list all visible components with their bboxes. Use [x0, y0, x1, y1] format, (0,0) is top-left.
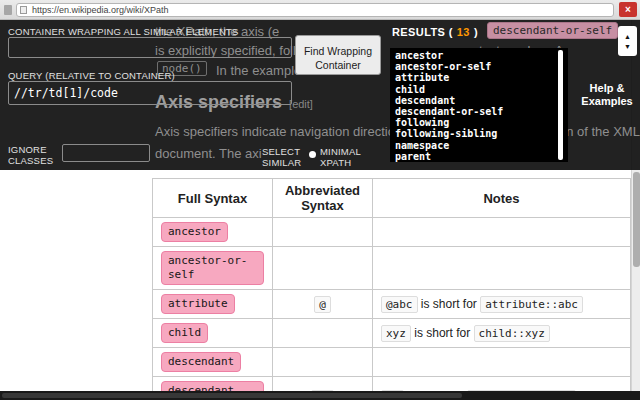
query-field-label: QUERY (RELATIVE TO CONTAINER): [8, 70, 288, 81]
highlighted-axis-code[interactable]: descendant: [161, 352, 241, 372]
result-item[interactable]: parent: [395, 151, 568, 162]
horizontal-scrollbar[interactable]: [0, 391, 640, 400]
abbreviated-syntax-cell: [273, 319, 373, 348]
notes-cell: @abc is short for attribute::abc: [373, 290, 631, 319]
result-item[interactable]: child: [395, 84, 568, 95]
dimmed-highlighted-code: descendant-or-self: [487, 22, 618, 39]
result-item[interactable]: following-sibling: [395, 128, 568, 139]
note-code: @abc: [381, 296, 418, 313]
full-syntax-cell: attribute: [153, 290, 273, 319]
full-syntax-cell: child: [153, 319, 273, 348]
axis-specifiers-table: Full Syntax Abbreviated Syntax Notes anc…: [152, 178, 631, 400]
table-row: childxyz is short for child::xyz: [153, 319, 631, 348]
url-text: https://en.wikipedia.org/wiki/XPath: [32, 5, 169, 15]
browser-menu-icon[interactable]: [4, 5, 12, 15]
table-row: ancestor: [153, 218, 631, 247]
notes-cell: xyz is short for child::xyz: [373, 319, 631, 348]
abbreviation-code: @: [314, 296, 331, 313]
vertical-scrollbar-thumb[interactable]: [633, 172, 640, 267]
url-bar[interactable]: https://en.wikipedia.org/wiki/XPath: [16, 3, 614, 17]
col-header-abbreviated-syntax: Abbreviated Syntax: [273, 179, 373, 218]
minimal-xpath-radio[interactable]: [309, 151, 316, 158]
table-row: attribute@@abc is short for attribute::a…: [153, 290, 631, 319]
table-row: ancestor-or-self: [153, 247, 631, 290]
browser-chrome: https://en.wikipedia.org/wiki/XPath ×: [0, 0, 640, 20]
result-item[interactable]: namespace: [395, 140, 568, 151]
abbreviated-syntax-cell: [273, 218, 373, 247]
panel-expander-button[interactable]: ▲ ▼: [618, 26, 637, 56]
results-label: RESULTS (: [392, 26, 453, 38]
edit-link: [edit]: [289, 98, 313, 110]
page-icon: [20, 6, 27, 14]
result-item[interactable]: following: [395, 117, 568, 128]
notes-cell: [373, 348, 631, 377]
find-wrapping-container-button[interactable]: Find Wrapping Container: [295, 35, 381, 75]
note-code: xyz: [381, 325, 411, 342]
close-button[interactable]: ×: [619, 2, 637, 17]
result-item[interactable]: descendant-or-self: [395, 106, 568, 117]
container-input[interactable]: [8, 37, 292, 58]
highlighted-axis-code[interactable]: ancestor-or-self: [161, 251, 264, 285]
minimal-xpath-radio-label[interactable]: MINIMAL XPATH: [320, 146, 370, 168]
container-field-label: CONTAINER WRAPPING ALL SIMILAR ELEMENTS: [8, 26, 288, 37]
query-input[interactable]: [8, 81, 292, 105]
results-header: RESULTS (13): [392, 26, 478, 38]
notes-cell: [373, 247, 631, 290]
result-item[interactable]: descendant: [395, 95, 568, 106]
results-count-badge: 13: [457, 26, 470, 38]
full-syntax-cell: descendant: [153, 348, 273, 377]
abbreviated-syntax-cell: @: [273, 290, 373, 319]
results-list-scrollbar[interactable]: [558, 50, 563, 160]
highlighted-axis-code[interactable]: attribute: [161, 294, 235, 314]
browser-window: Full Syntax Abbreviated Syntax Notes anc…: [0, 0, 640, 400]
col-header-notes: Notes: [373, 179, 631, 218]
arrow-up-icon: ▲: [624, 33, 631, 40]
horizontal-scrollbar-thumb[interactable]: [2, 393, 462, 398]
abbreviated-syntax-cell: [273, 247, 373, 290]
result-item[interactable]: attribute: [395, 72, 568, 83]
help-examples-link[interactable]: Help & Examples: [576, 82, 638, 108]
axis-table-body: ancestorancestor-or-selfattribute@@abc i…: [153, 218, 631, 400]
ignore-classes-input[interactable]: [62, 144, 150, 162]
xpath-tool-overlay: the XPath, the axis (e descendant-or-sel…: [0, 20, 640, 170]
note-code: attribute::abc: [480, 296, 583, 313]
note-code: child::xyz: [474, 325, 550, 342]
highlighted-axis-code[interactable]: child: [161, 323, 208, 343]
highlighted-axis-code[interactable]: ancestor: [161, 222, 228, 242]
select-similar-radio-label[interactable]: SELECT SIMILAR: [262, 146, 308, 168]
dimmed-page-text: document. The axi: [155, 146, 262, 161]
table-row: descendant: [153, 348, 631, 377]
abbreviated-syntax-cell: [273, 348, 373, 377]
result-item[interactable]: ancestor-or-self: [395, 61, 568, 72]
results-label-close: ): [474, 26, 478, 38]
result-item[interactable]: ancestor: [395, 50, 568, 61]
results-list[interactable]: ancestorancestor-or-selfattributechildde…: [390, 48, 568, 162]
full-syntax-cell: ancestor-or-self: [153, 247, 273, 290]
arrow-down-icon: ▼: [624, 43, 631, 50]
col-header-full-syntax: Full Syntax: [153, 179, 273, 218]
notes-cell: [373, 218, 631, 247]
ignore-classes-label: IGNORE CLASSES: [8, 144, 56, 166]
table-header-row: Full Syntax Abbreviated Syntax Notes: [153, 179, 631, 218]
full-syntax-cell: ancestor: [153, 218, 273, 247]
